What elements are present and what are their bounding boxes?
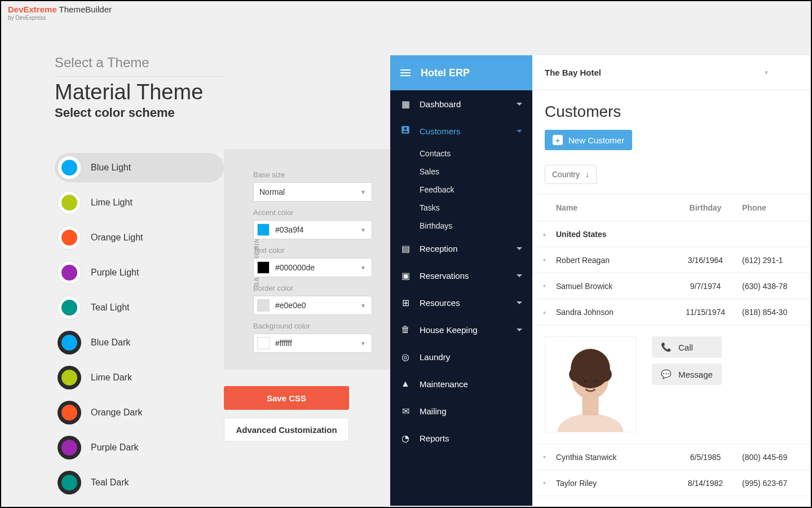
- scheme-label: Lime Dark: [91, 373, 132, 383]
- border-color-label: Border color: [253, 284, 372, 292]
- page-title: Customers: [532, 90, 810, 126]
- row-detail: 📞Call💬Message: [532, 325, 810, 444]
- table-row[interactable]: ▾Cynthia Stanwick6/5/1985(800) 445-69: [532, 444, 810, 470]
- message-button[interactable]: 💬Message: [652, 364, 722, 385]
- scheme-option[interactable]: Lime Light: [55, 188, 224, 217]
- scheme-option[interactable]: Lime Dark: [55, 363, 224, 392]
- arrow-down-icon: ↓: [585, 170, 589, 179]
- scheme-label: Blue Light: [91, 163, 131, 173]
- base-size-label: Base size: [253, 170, 372, 179]
- color-swatch-icon: [58, 226, 81, 249]
- hotel-select[interactable]: The Bay Hotel ▼: [532, 55, 810, 90]
- customers-grid: Name Birthday Phone ▴ United States ▾Rob…: [532, 194, 810, 496]
- nav-sub-item[interactable]: Contacts: [390, 144, 532, 163]
- svg-point-7: [597, 367, 612, 382]
- nav-housekeeping[interactable]: 🗑House Keeping: [390, 316, 532, 343]
- plus-icon: +: [553, 135, 563, 145]
- collapse-icon[interactable]: ▴: [532, 309, 556, 315]
- scheme-option[interactable]: Blue Dark: [55, 328, 224, 357]
- laundry-icon: ◎: [400, 352, 411, 362]
- table-row[interactable]: ▾Taylor Riley8/14/1982(995) 623-67: [532, 470, 810, 496]
- grid-header: Name Birthday Phone: [532, 194, 810, 221]
- hamburger-icon[interactable]: [400, 69, 411, 76]
- text-color-picker[interactable]: #000000de ▼: [253, 258, 372, 277]
- accent-color-picker[interactable]: #03a9f4 ▼: [253, 220, 372, 239]
- group-chip-country[interactable]: Country ↓: [545, 165, 597, 184]
- scheme-label: Orange Dark: [91, 408, 143, 418]
- chevron-down-icon: [517, 274, 522, 277]
- chevron-down-icon: [517, 329, 522, 331]
- phone-icon: 📞: [661, 342, 672, 352]
- collapse-icon[interactable]: ▴: [532, 231, 556, 237]
- scheme-option[interactable]: Teal Light: [55, 293, 224, 322]
- nav-sub-item[interactable]: Birthdays: [390, 217, 532, 235]
- color-chip: [257, 261, 270, 274]
- call-button[interactable]: 📞Call: [652, 336, 722, 358]
- nav-sub-item[interactable]: Feedback: [390, 181, 532, 199]
- accent-color-label: Accent color: [253, 208, 372, 217]
- row-actions: 📞Call💬Message: [652, 336, 722, 432]
- nav-laundry[interactable]: ◎Laundry: [390, 343, 532, 370]
- nav-reception[interactable]: ▤Reception: [390, 235, 532, 262]
- scheme-option[interactable]: Blue Light: [55, 153, 224, 182]
- scheme-option[interactable]: Teal Dark: [55, 468, 224, 497]
- bg-color-picker[interactable]: #ffffff ▼: [253, 334, 372, 353]
- color-swatch-icon: [58, 156, 81, 179]
- nav-maintenance[interactable]: ▲Maintenance: [390, 370, 532, 397]
- app-title: Hotel ERP: [421, 67, 470, 79]
- text-color-label: Text color: [253, 246, 372, 255]
- trash-icon: 🗑: [400, 325, 411, 335]
- nav-reservations[interactable]: ▣Reservations: [390, 262, 532, 289]
- table-row[interactable]: ▴Sandra Johnson11/15/1974(818) 854-30: [532, 299, 810, 325]
- color-swatch-icon: [58, 436, 81, 459]
- scheme-option[interactable]: Purple Dark: [55, 433, 224, 462]
- nav-mailing[interactable]: ✉Mailing: [390, 397, 532, 424]
- col-name[interactable]: Name: [556, 203, 669, 212]
- expand-icon[interactable]: ▾: [532, 480, 556, 486]
- table-row[interactable]: ▾Robert Reagan3/16/1964(612) 291-1: [532, 247, 810, 273]
- theme-title: Material Theme: [55, 80, 224, 104]
- nav-reports[interactable]: ◔Reports: [390, 424, 532, 452]
- scheme-option[interactable]: Purple Light: [55, 258, 224, 287]
- color-chip: [257, 337, 270, 349]
- nav-dashboard[interactable]: ▦Dashboard: [390, 90, 532, 117]
- col-birthday[interactable]: Birthday: [669, 203, 742, 212]
- table-row[interactable]: ▾Samuel Browick9/7/1974(630) 438-78: [532, 273, 810, 299]
- base-size-select[interactable]: Normal ▼: [253, 182, 372, 202]
- col-phone[interactable]: Phone: [742, 203, 810, 212]
- color-swatch-icon: [58, 261, 81, 284]
- nav-resources[interactable]: ⊞Resources: [390, 289, 532, 316]
- chevron-down-icon: ▼: [764, 69, 769, 76]
- group-row[interactable]: ▴ United States: [532, 221, 810, 247]
- scheme-label: Lime Light: [91, 198, 133, 208]
- advanced-customization-button[interactable]: Advanced Customization: [224, 418, 349, 441]
- chart-icon: ◔: [400, 433, 411, 444]
- scheme-label: Purple Dark: [91, 443, 138, 453]
- nav-sub-item[interactable]: Sales: [390, 163, 532, 181]
- bell-icon: ▲: [400, 379, 411, 389]
- theme-subtitle: Select color scheme: [55, 106, 224, 120]
- chevron-down-icon: ▼: [360, 303, 366, 309]
- scheme-option[interactable]: Orange Dark: [55, 398, 224, 427]
- brand-logo: DevExtreme ThemeBuilder by DevExpress: [8, 5, 112, 21]
- scheme-label: Orange Light: [91, 233, 143, 243]
- expand-icon[interactable]: ▾: [532, 257, 556, 263]
- save-css-button[interactable]: Save CSS: [224, 386, 349, 410]
- expand-icon[interactable]: ▾: [532, 283, 556, 289]
- chevron-down-icon: [517, 103, 522, 106]
- scheme-option[interactable]: Orange Light: [55, 223, 224, 252]
- chevron-down-icon: ▼: [360, 227, 366, 233]
- expand-icon[interactable]: ▾: [532, 454, 556, 460]
- color-swatch-icon: [58, 471, 81, 494]
- svg-point-8: [584, 379, 587, 383]
- nav-customers[interactable]: Customers: [390, 117, 532, 144]
- scheme-label: Purple Light: [91, 268, 139, 278]
- svg-point-2: [558, 414, 623, 432]
- border-color-picker[interactable]: #e0e0e0 ▼: [253, 296, 372, 315]
- new-customer-button[interactable]: + New Customer: [545, 130, 632, 150]
- calendar-icon: ▣: [400, 270, 411, 281]
- grid-icon: ▦: [400, 99, 411, 110]
- nav-sub-item[interactable]: Tasks: [390, 199, 532, 217]
- preview-main: The Bay Hotel ▼ Customers + New Customer…: [532, 55, 810, 506]
- avatar: [545, 336, 636, 432]
